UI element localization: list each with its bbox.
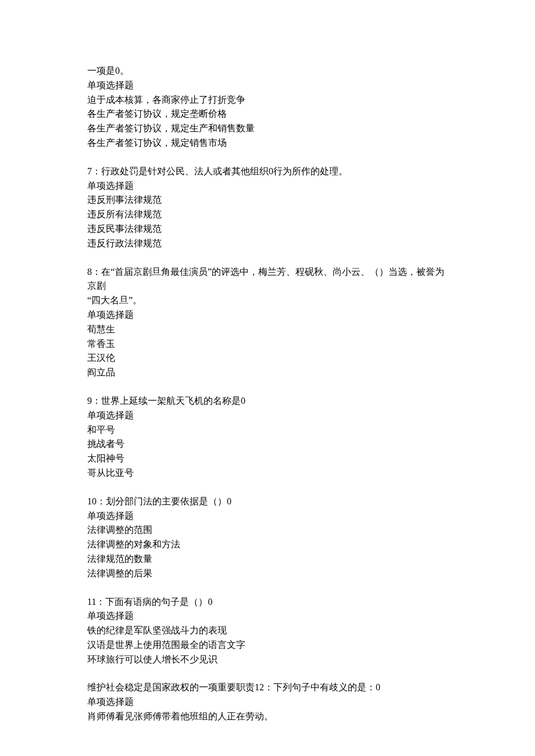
question-stem: 11：下面有语病的句子是（）0 [87,595,448,610]
option-text: 挑战者号 [87,437,448,452]
option-text: 违反行政法律规范 [87,237,448,251]
option-text: 肖师傅看见张师傅带着他班组的人正在劳动。 [87,710,448,724]
question-type: 单项选择题 [87,308,448,323]
option-text: 各生产者签订协议，规定生产和销售数量 [87,121,448,136]
question-type: 单项选择题 [87,695,448,710]
question-10: 10：划分部门法的主要依据是（）0 单项选择题 法律调整的范围 法律调整的对象和… [87,495,448,581]
option-text: 迫于成本核算，各商家停止了打折竞争 [87,93,448,108]
question-11: 11：下面有语病的句子是（）0 单项选择题 铁的纪律是军队坚强战斗力的表现 汉语… [87,595,448,667]
question-type: 单项选择题 [87,409,448,423]
option-text: 各生产者签订协议，规定垄断价格 [87,107,448,121]
question-7: 7：行政处罚是针对公民、法人或者其他组织0行为所作的处理。 单项选择题 违反刑事… [87,164,448,251]
option-text: 王汉伦 [87,351,448,366]
option-text: 法律规范的数量 [87,552,448,567]
option-text: 汉语是世界上使用范围最全的语言文字 [87,638,448,653]
question-stem: 7：行政处罚是针对公民、法人或者其他组织0行为所作的处理。 [87,164,448,179]
question-stem: “四大名旦”。 [87,293,448,308]
option-text: 荀慧生 [87,323,448,337]
option-text: 太阳神号 [87,452,448,466]
question-stem: 9：世界上延续一架航天飞机的名称是0 [87,394,448,409]
option-text: 阎立品 [87,366,448,380]
option-text: 和平号 [87,423,448,438]
option-text: 哥从比亚号 [87,466,448,481]
question-type: 单项选择题 [87,78,448,93]
question-fragment: 一项是0。 单项选择题 迫于成本核算，各商家停止了打折竞争 各生产者签订协议，规… [87,64,448,151]
question-8: 8：在“首届京剧旦角最佳演员”的评选中，梅兰芳、程砚秋、尚小云、（）当选，被誉为… [87,265,448,380]
question-type: 单项选择题 [87,609,448,624]
option-text: 违反民事法律规范 [87,222,448,237]
option-text: 违反刑事法律规范 [87,193,448,207]
document-page: 一项是0。 单项选择题 迫于成本核算，各商家停止了打折竞争 各生产者签订协议，规… [0,0,535,756]
option-text: 法律调整的范围 [87,523,448,538]
option-text: 法律调整的对象和方法 [87,538,448,552]
option-text: 常香玉 [87,337,448,352]
question-type: 单项选择题 [87,509,448,524]
question-12: 维护社会稳定是国家政权的一项重要职责12：下列句子中有歧义的是：0 单项选择题 … [87,680,448,723]
option-text: 环球旅行可以使人增长不少见识 [87,653,448,667]
question-stem: 10：划分部门法的主要依据是（）0 [87,495,448,509]
option-text: 法律调整的后果 [87,567,448,581]
option-text: 各生产者签订协议，规定销售市场 [87,136,448,151]
option-text: 铁的纪律是军队坚强战斗力的表现 [87,624,448,638]
text-line: 一项是0。 [87,64,448,78]
question-stem: 8：在“首届京剧旦角最佳演员”的评选中，梅兰芳、程砚秋、尚小云、（）当选，被誉为… [87,265,448,294]
question-9: 9：世界上延续一架航天飞机的名称是0 单项选择题 和平号 挑战者号 太阳神号 哥… [87,394,448,481]
option-text: 违反所有法律规范 [87,207,448,222]
question-stem: 维护社会稳定是国家政权的一项重要职责12：下列句子中有歧义的是：0 [87,680,448,695]
question-type: 单项选择题 [87,179,448,194]
